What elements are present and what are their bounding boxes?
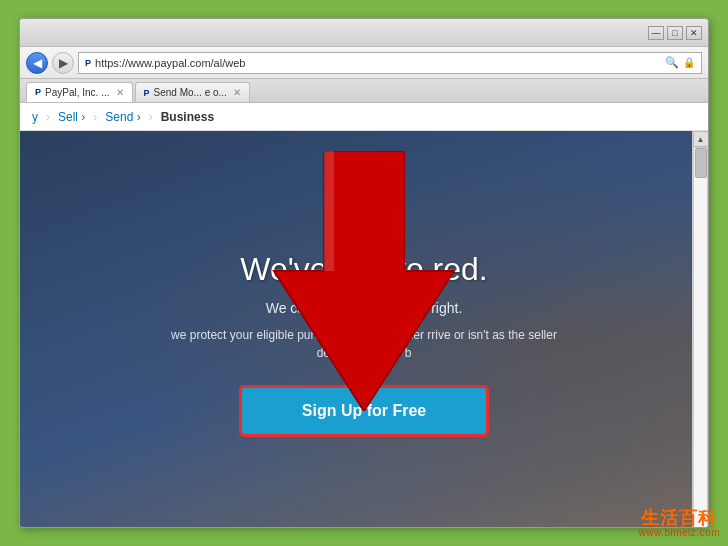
- tab-send[interactable]: P Send Mo... e o... ✕: [135, 82, 250, 102]
- lock-icon: 🔒: [683, 57, 695, 68]
- hero-content: We've got yo red. We can reimburse you i…: [144, 250, 584, 436]
- vertical-scrollbar: ▲ ▼: [692, 131, 708, 527]
- navigation-bar: ◀ ▶ P https://www.paypal.com/al/web 🔍 🔒: [20, 47, 708, 79]
- tab-close-2[interactable]: ✕: [233, 87, 241, 98]
- search-icon[interactable]: 🔍: [665, 56, 679, 69]
- site-favicon: P: [85, 58, 91, 68]
- nav-y[interactable]: y: [32, 110, 38, 124]
- tab-label-2: Send Mo... e o...: [154, 87, 227, 98]
- watermark: 生活百科 www.bimeiz.com: [639, 509, 720, 538]
- separator-1: ›: [46, 110, 50, 124]
- watermark-line1: 生活百科: [641, 509, 717, 527]
- hero-section: We've got yo red. We can reimburse you i…: [20, 131, 708, 527]
- scroll-track[interactable]: [693, 147, 708, 527]
- forward-button[interactable]: ▶: [52, 52, 74, 74]
- scroll-thumb[interactable]: [695, 148, 707, 178]
- browser-window: — □ ✕ ◀ ▶ P https://www.paypal.com/al/we…: [19, 18, 709, 528]
- page-content: y › Sell › › Send › › Business We've got: [20, 103, 708, 527]
- page-toolbar: y › Sell › › Send › › Business: [20, 103, 708, 131]
- url-text: https://www.paypal.com/al/web: [95, 57, 661, 69]
- nav-business[interactable]: Business: [161, 110, 214, 124]
- tab-favicon-2: P: [144, 88, 150, 98]
- watermark-line2: www.bimeiz.com: [639, 527, 720, 538]
- hero-subtitle: We can reimburse you if s right.: [164, 300, 564, 316]
- tab-close-1[interactable]: ✕: [116, 87, 124, 98]
- address-bar[interactable]: P https://www.paypal.com/al/web 🔍 🔒: [78, 52, 702, 74]
- back-button[interactable]: ◀: [26, 52, 48, 74]
- tab-label-1: PayPal, Inc. ...: [45, 87, 109, 98]
- window-controls: — □ ✕: [648, 26, 702, 40]
- tab-bar: P PayPal, Inc. ... ✕ P Send Mo... e o...…: [20, 79, 708, 103]
- nav-sell[interactable]: Sell ›: [58, 110, 85, 124]
- scroll-up-arrow[interactable]: ▲: [693, 131, 709, 147]
- close-button[interactable]: ✕: [686, 26, 702, 40]
- title-bar: — □ ✕: [20, 19, 708, 47]
- minimize-button[interactable]: —: [648, 26, 664, 40]
- tab-favicon-1: P: [35, 87, 41, 97]
- restore-button[interactable]: □: [667, 26, 683, 40]
- nav-send[interactable]: Send ›: [105, 110, 140, 124]
- hero-description: we protect your eligible purchases. If y…: [164, 326, 564, 362]
- hero-title: We've got yo red.: [164, 250, 564, 288]
- signup-button[interactable]: Sign Up for Free: [240, 386, 488, 436]
- separator-3: ›: [149, 110, 153, 124]
- separator-2: ›: [93, 110, 97, 124]
- tab-paypal[interactable]: P PayPal, Inc. ... ✕: [26, 82, 133, 102]
